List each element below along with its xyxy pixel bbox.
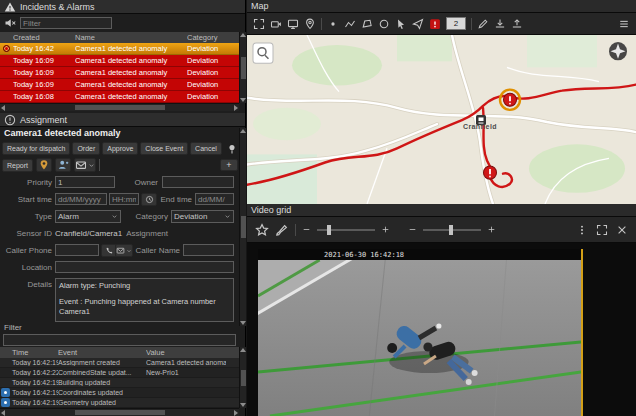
col-value[interactable]: Value: [146, 348, 226, 357]
owner-input[interactable]: [162, 176, 234, 188]
add-person-button[interactable]: [55, 158, 71, 172]
ready-for-dispatch-button[interactable]: Ready for dispatch: [2, 142, 70, 155]
exclamation-circle-icon: [4, 114, 16, 126]
polyline-draw-icon[interactable]: [344, 18, 356, 30]
zoom-level-input[interactable]: [446, 17, 466, 30]
incident-row[interactable]: Today 16:09 Camera1 detected anomaly Dev…: [0, 79, 239, 91]
assignment-report-row: Report +: [2, 158, 238, 172]
cancel-button[interactable]: Cancel: [190, 142, 222, 155]
category-select[interactable]: Deviation: [171, 210, 234, 223]
incidents-horizontal-scrollbar[interactable]: [0, 103, 239, 111]
log-row[interactable]: Today 16:42:19 Geometry updated: [0, 398, 239, 408]
map-panel-header[interactable]: Map: [247, 0, 636, 13]
clock-button[interactable]: [141, 193, 157, 206]
log-row[interactable]: Today 16:42:19 Coordinates updated: [0, 388, 239, 398]
incident-row[interactable]: Today 16:09 Camera1 detected anomaly Dev…: [0, 67, 239, 79]
log-row[interactable]: Today 16:42:19 Assignment created Camera…: [0, 358, 239, 368]
type-select[interactable]: Alarm: [55, 210, 121, 223]
col-category[interactable]: Category: [187, 33, 239, 42]
zoom-out-icon[interactable]: [302, 225, 311, 234]
priority-input[interactable]: [55, 176, 115, 188]
upload-icon[interactable]: [511, 18, 523, 30]
pencil-icon[interactable]: [477, 18, 489, 30]
video-tile-selected[interactable]: 2021-06-30 16:42:18: [258, 249, 583, 416]
log-vertical-scrollbar[interactable]: [239, 347, 246, 408]
zoom-in-icon[interactable]: [381, 225, 390, 234]
incident-category: Deviation: [187, 80, 239, 89]
close-icon[interactable]: [616, 224, 628, 236]
caller-name-input[interactable]: [183, 244, 234, 256]
pushpin-icon[interactable]: [226, 143, 238, 155]
start-time-input[interactable]: [109, 193, 139, 205]
start-time-label: Start time: [2, 195, 52, 204]
log-column-header[interactable]: Time Event Value: [0, 347, 239, 358]
incidents-vertical-scrollbar[interactable]: [239, 32, 246, 103]
log-row[interactable]: Today 16:42:19 Building updated: [0, 378, 239, 388]
warning-triangle-icon: [4, 1, 16, 13]
right-pane: Map: [247, 0, 636, 416]
menu-icon[interactable]: [618, 18, 630, 30]
monitor-icon[interactable]: [287, 18, 299, 30]
col-event[interactable]: Event: [58, 348, 146, 357]
polygon-draw-icon[interactable]: [361, 18, 373, 30]
col-created[interactable]: Created: [13, 33, 75, 42]
log-event: Geometry updated: [58, 399, 146, 406]
incidents-column-header[interactable]: Created Name Category: [0, 32, 239, 43]
video-toolbar: [247, 217, 636, 243]
location-input[interactable]: [55, 261, 234, 273]
approve-button[interactable]: Approve: [102, 142, 138, 155]
start-date-input[interactable]: [55, 193, 107, 205]
volume-up-icon[interactable]: [487, 225, 496, 234]
alarm-marker[interactable]: [484, 166, 497, 179]
star-icon[interactable]: [255, 223, 269, 237]
close-event-button[interactable]: Close Event: [140, 142, 188, 155]
col-time[interactable]: Time: [0, 348, 58, 357]
location-label: Location: [2, 263, 52, 272]
incident-row-selected[interactable]: Today 16:42 Camera1 detected anomaly Dev…: [0, 43, 239, 55]
incidents-header[interactable]: Incidents & Alarms: [0, 0, 245, 14]
playback-speed-slider[interactable]: [423, 229, 481, 231]
send-plane-icon[interactable]: [412, 18, 424, 30]
category-value: Deviation: [174, 212, 207, 221]
circle-draw-icon[interactable]: [378, 18, 390, 30]
digital-zoom-slider[interactable]: [317, 229, 375, 231]
download-icon[interactable]: [494, 18, 506, 30]
log-row[interactable]: Today 16:42:22 CombinedState updat... Ne…: [0, 368, 239, 378]
map-search-control[interactable]: [253, 43, 273, 63]
log-filter-input[interactable]: [3, 334, 236, 346]
camera-icon[interactable]: [270, 18, 282, 30]
incident-created: Today 16:08: [13, 92, 75, 101]
map-title: Map: [251, 1, 269, 11]
incident-row[interactable]: Today 16:09 Camera1 detected anomaly Dev…: [0, 55, 239, 67]
incident-row[interactable]: Today 16:08 Camera1 detected anomaly Dev…: [0, 91, 239, 103]
log-horizontal-scrollbar[interactable]: [0, 408, 239, 416]
video-panel-header[interactable]: Video grid: [247, 204, 636, 217]
assignment-header[interactable]: Assignment: [0, 113, 245, 127]
fullscreen-icon[interactable]: [253, 18, 265, 30]
cursor-icon[interactable]: [395, 18, 407, 30]
map-canvas[interactable]: Cranfield: [247, 35, 636, 204]
end-date-input[interactable]: [195, 193, 234, 205]
priority-label: Priority: [2, 178, 52, 187]
map-pin-icon[interactable]: [304, 18, 316, 30]
location-pin-button[interactable]: [36, 158, 52, 172]
assignment-vertical-scrollbar[interactable]: [239, 128, 246, 326]
mail-caller-button[interactable]: [115, 244, 133, 257]
add-button[interactable]: +: [220, 159, 238, 171]
send-email-button[interactable]: [74, 158, 96, 172]
expand-tile-icon[interactable]: [596, 224, 608, 236]
order-button[interactable]: Order: [72, 142, 100, 155]
compass-icon[interactable]: [609, 42, 627, 60]
alarm-layer-icon[interactable]: [429, 18, 441, 30]
mute-icon[interactable]: [4, 17, 16, 29]
caller-phone-input[interactable]: [55, 244, 99, 256]
col-name[interactable]: Name: [75, 33, 187, 42]
add-person-icon: [57, 159, 69, 171]
incidents-filter-input[interactable]: [20, 17, 112, 29]
brush-icon[interactable]: [275, 223, 289, 237]
report-button[interactable]: Report: [2, 159, 33, 172]
point-draw-icon[interactable]: [327, 18, 339, 30]
volume-down-icon[interactable]: [408, 225, 417, 234]
kebab-menu-icon[interactable]: [576, 224, 588, 236]
details-textarea[interactable]: Alarm type: Punching Event : Punching ha…: [55, 278, 234, 322]
